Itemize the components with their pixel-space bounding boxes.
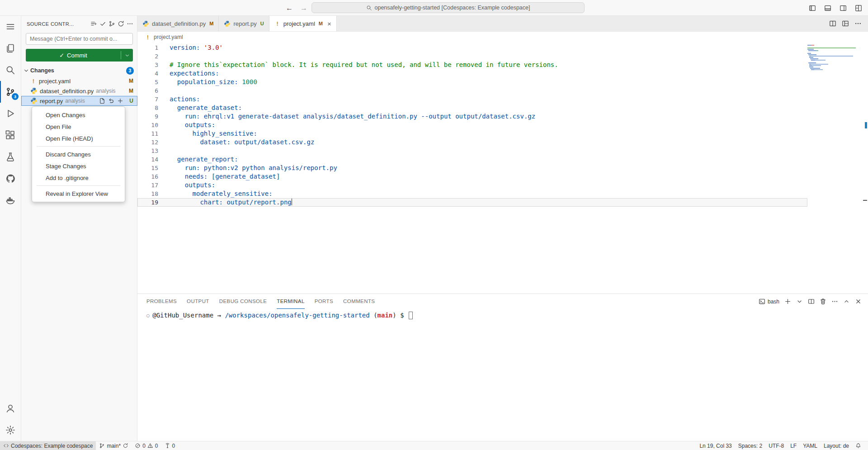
status-problems-status[interactable]: 00 [132,441,161,450]
commit-button[interactable]: ✓ Commit [26,49,133,62]
maximize-panel-button[interactable] [843,298,850,305]
tab-dataset_definition.py[interactable]: dataset_definition.pyM [137,16,219,31]
scm-file-report.py[interactable]: report.pyanalysisU [21,96,137,106]
menu-item-open-changes[interactable]: Open Changes [32,109,125,121]
activity-bar-item-account[interactable] [0,398,21,419]
status-ports-status[interactable]: 0 [161,441,179,450]
panel-tab-output[interactable]: OUTPUT [187,294,209,309]
launch-profile-button[interactable] [796,298,803,305]
commit-check-button[interactable] [99,20,106,27]
test-beaker-icon [5,152,15,162]
activity-bar-item-menu[interactable] [0,16,21,38]
tab-git-badge: U [260,21,264,26]
command-center-search[interactable]: opensafely-getting-started [Codespaces: … [311,2,585,13]
refresh-button[interactable] [118,20,124,27]
status-keyboard-layout[interactable]: Layout: de [821,441,852,450]
code-line-5: 5 population_size: 1000 [137,78,868,86]
status-encoding[interactable]: UTF-8 [765,441,787,450]
toggle-layout-sidebar-right-button[interactable] [838,3,848,13]
code-line-13: 13 [137,147,868,155]
menu-item-discard-changes[interactable]: Discard Changes [32,148,125,160]
status-cursor-position[interactable]: Ln 19, Col 33 [696,441,735,450]
status-remote-indicator[interactable]: Codespaces: Example codespace [0,441,96,450]
minimap[interactable] [807,45,862,71]
editor-layout-button[interactable] [842,20,849,27]
tab-git-badge: M [209,21,213,26]
shell-name: bash [768,298,779,305]
activity-bar-item-docker[interactable] [0,189,21,211]
activity-bar-item-extensions[interactable] [0,124,21,146]
scm-file-project.yaml[interactable]: !project.yamlM [21,76,137,86]
toggle-layout-panel-button[interactable] [823,3,833,13]
close-panel-button[interactable] [855,298,862,305]
panel-tab-debug-console[interactable]: DEBUG CONSOLE [219,294,267,309]
activity-bar-item-explorer[interactable] [0,38,21,59]
scm-file-dataset_definition.py[interactable]: dataset_definition.pyanalysisM [21,86,137,96]
status-text: 0 [172,443,175,449]
terminal-token-plain: $ [400,311,408,320]
terminal-more-actions-button[interactable] [831,298,838,305]
status-eol[interactable]: LF [787,441,800,450]
status-branch-status[interactable]: main* [96,441,132,450]
menu-item-open-file[interactable]: Open File [32,121,125,133]
status-indentation[interactable]: Spaces: 2 [735,441,765,450]
line-number: 19 [137,198,158,207]
breadcrumb[interactable]: ! project.yaml [137,32,868,43]
activity-bar-item-search[interactable] [0,59,21,81]
status-notifications[interactable] [852,441,864,450]
panel-tab-comments[interactable]: COMMENTS [343,294,375,309]
activity-bar-item-source-control[interactable]: 3 [0,81,21,103]
back-button[interactable]: ← [286,4,293,12]
overview-ruler-cursor-mark [863,200,867,201]
editor-group: dataset_definition.pyMreport.pyU!project… [137,16,868,441]
activity-bar: 3 [0,16,21,441]
menu-item-add-to-gitignore[interactable]: Add to .gitignore [32,172,125,184]
close-tab-icon[interactable]: × [327,20,331,28]
changes-section-header[interactable]: Changes 3 [21,66,137,76]
menu-item-stage-changes[interactable]: Stage Changes [32,160,125,172]
activity-bar-item-gear[interactable] [0,419,21,441]
shell-selector[interactable]: bash [759,298,779,305]
status-text: UTF-8 [769,443,784,449]
source-control-graph-button[interactable] [108,20,115,27]
commit-message-input[interactable] [26,33,133,45]
toggle-layout-sidebar-left-button[interactable] [807,3,817,13]
toggle-layout-grid-button[interactable] [854,3,863,13]
python-icon [30,97,38,104]
file-name: report.py [40,98,63,104]
python-icon [30,87,38,95]
panel-tab-problems[interactable]: PROBLEMS [146,294,177,309]
tab-label: project.yaml [283,20,315,27]
tab-project.yaml[interactable]: !project.yamlM× [269,16,337,31]
commit-button-label: Commit [67,52,87,59]
commit-dropdown-button[interactable] [121,52,133,58]
activity-bar-item-test-beaker[interactable] [0,146,21,168]
status-text: Spaces: 2 [738,443,762,449]
tab-report.py[interactable]: report.pyU [219,16,269,31]
discard-changes-button[interactable] [108,98,114,104]
menu-item-reveal-in-explorer-view[interactable]: Reveal in Explorer View [32,188,125,199]
new-terminal-button[interactable] [784,298,791,305]
terminal-token-user: @GitHub_Username [152,311,217,320]
git-status-letter: M [129,78,133,84]
status-language-mode[interactable]: YAML [800,441,821,450]
split-editor-button[interactable] [829,20,836,27]
split-terminal-button[interactable] [808,298,815,305]
open-file-button[interactable] [99,98,105,104]
panel-tab-terminal[interactable]: TERMINAL [277,294,304,309]
menu-item-open-file-head-[interactable]: Open File (HEAD) [32,133,125,144]
stage-changes-button[interactable] [117,98,123,104]
activity-bar-item-github[interactable] [0,168,21,189]
yaml-icon: ! [30,78,37,85]
terminal[interactable]: ○ @GitHub_Username → /workspaces/opensaf… [146,311,413,320]
more-actions-button[interactable] [127,20,133,27]
kill-terminal-button[interactable] [820,298,826,305]
chevron-down-icon [23,67,29,74]
forward-button[interactable]: → [300,4,307,12]
code-editor[interactable]: 1version: '3.0'23# Ignore this`expectati… [137,43,868,294]
activity-bar-item-run-debug[interactable] [0,103,21,124]
panel-tab-ports[interactable]: PORTS [315,294,333,309]
view-and-sort-button[interactable] [90,20,97,27]
more-editor-actions-button[interactable] [854,20,862,27]
sidebar-title: SOURCE CONTR... [27,21,90,27]
